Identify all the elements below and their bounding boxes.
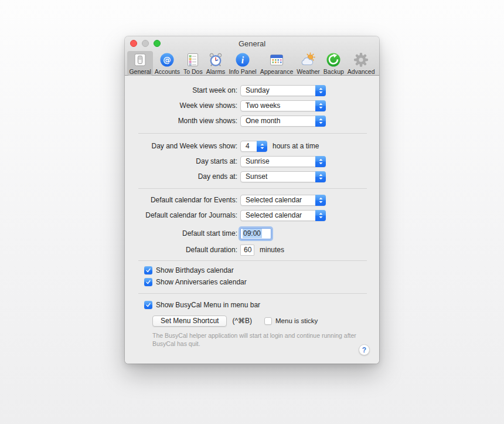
day-starts-label: Day starts at: (125, 157, 237, 165)
show-birthdays-checkbox[interactable] (144, 266, 152, 274)
toolbar-item-accounts[interactable]: @ Accounts (153, 51, 182, 76)
svg-text:@: @ (164, 55, 172, 65)
toolbar-label: Advanced (348, 68, 375, 75)
sun-cloud-icon (301, 52, 316, 67)
svg-text:i: i (241, 55, 244, 65)
info-icon: i (235, 52, 250, 67)
popup-value: One month (241, 117, 280, 125)
default-duration-label: Default duration: (125, 246, 237, 254)
divider (138, 188, 367, 189)
default-start-time-input[interactable]: 09:00 (240, 228, 271, 239)
titlebar[interactable]: General (125, 36, 379, 50)
hours-span-select[interactable]: 4 (240, 141, 267, 152)
mini-calendar-icon (269, 52, 284, 67)
show-anniversaries-checkbox[interactable] (144, 278, 152, 286)
toolbar-item-advanced[interactable]: Advanced (346, 51, 377, 76)
window-title: General (125, 36, 379, 51)
general-pane: Start week on: Sunday Week view shows: T… (125, 76, 379, 364)
default-journals-cal-label: Default calendar for Journals: (125, 211, 237, 219)
popup-stepper-icon (315, 100, 326, 111)
show-menu-bar-checkbox[interactable] (144, 301, 152, 309)
checkbox-label: Show BusyCal Menu in menu bar (156, 301, 260, 309)
help-button[interactable]: ? (359, 344, 370, 355)
week-view-label: Week view shows: (125, 101, 237, 110)
divider (138, 260, 367, 261)
shortcut-hint: (^⌘B) (232, 317, 252, 325)
toolbar-item-appearance[interactable]: Appearance (258, 51, 295, 76)
divider (138, 293, 367, 294)
light-switch-icon (132, 52, 148, 67)
toolbar-label: Appearance (260, 68, 294, 75)
popup-value: Sunset (241, 172, 267, 181)
day-ends-select[interactable]: Sunset (240, 171, 326, 182)
popup-value: Selected calendar (241, 211, 302, 219)
default-journals-cal-select[interactable]: Selected calendar (240, 210, 326, 221)
toolbar-item-info-panel[interactable]: i Info Panel (227, 51, 258, 76)
preferences-toolbar: General @ Accounts (125, 50, 379, 75)
alarm-clock-icon (208, 52, 223, 67)
checkbox-label: Menu is sticky (275, 317, 318, 324)
default-events-cal-select[interactable]: Selected calendar (240, 195, 326, 206)
toolbar-item-general[interactable]: General (127, 51, 152, 76)
set-menu-shortcut-button[interactable]: Set Menu Shortcut (152, 316, 227, 327)
week-view-select[interactable]: Two weeks (240, 100, 326, 111)
popup-value: Sunrise (241, 157, 270, 165)
show-anniversaries-row: Show Anniversaries calendar (125, 276, 379, 288)
toolbar-label: Accounts (155, 68, 180, 75)
toolbar-item-backup[interactable]: Backup (322, 51, 346, 76)
default-duration-input[interactable]: 60 (240, 245, 254, 256)
menu-shortcut-row: Set Menu Shortcut (^⌘B) Menu is sticky (125, 314, 379, 327)
start-week-label: Start week on: (125, 86, 237, 94)
divider (138, 133, 367, 134)
toolbar-label: Weather (297, 68, 320, 75)
window-chrome: General General @ Accounts (125, 36, 379, 76)
toolbar-item-weather[interactable]: Weather (295, 51, 322, 76)
hours-suffix: hours at a time (273, 142, 319, 150)
toolbar-label: Alarms (206, 68, 226, 75)
popup-value: Sunday (241, 86, 270, 94)
popup-stepper-icon (315, 85, 326, 96)
popup-stepper-icon (257, 141, 267, 152)
menu-sticky-checkbox[interactable] (264, 317, 272, 325)
show-birthdays-row: Show Birthdays calendar (125, 264, 379, 276)
zoom-button[interactable] (154, 40, 161, 47)
default-events-cal-label: Default calendar for Events: (125, 196, 237, 204)
checklist-icon (185, 52, 200, 67)
default-start-time-label: Default start time: (125, 229, 237, 238)
toolbar-item-todos[interactable]: To Dos (182, 51, 205, 76)
toolbar-item-alarms[interactable]: Alarms (205, 51, 227, 76)
popup-stepper-icon (315, 171, 326, 182)
helper-note: The BusyCal helper application will star… (152, 331, 359, 348)
selected-text: 09:00 (243, 229, 262, 238)
day-week-span-label: Day and Week views show: (125, 142, 237, 150)
preferences-window: General General @ Accounts (125, 36, 379, 364)
checkbox-label: Show Birthdays calendar (156, 266, 234, 274)
popup-value: Selected calendar (241, 196, 302, 204)
sync-arrow-icon (326, 52, 341, 67)
month-view-label: Month view shows: (125, 117, 237, 125)
popup-stepper-icon (315, 156, 326, 167)
checkbox-label: Show Anniversaries calendar (156, 278, 247, 286)
traffic-lights (130, 40, 161, 47)
popup-stepper-icon (315, 210, 326, 221)
minimize-button[interactable] (142, 40, 149, 47)
gear-icon (353, 52, 369, 67)
at-icon: @ (159, 52, 175, 67)
toolbar-label: Info Panel (229, 68, 256, 75)
popup-value: 4 (241, 142, 250, 150)
month-view-select[interactable]: One month (240, 116, 326, 127)
start-week-select[interactable]: Sunday (240, 85, 326, 96)
popup-stepper-icon (315, 195, 326, 206)
toolbar-label: Backup (323, 68, 344, 75)
day-ends-label: Day ends at: (125, 172, 237, 181)
close-button[interactable] (130, 40, 137, 47)
toolbar-label: To Dos (183, 68, 203, 75)
toolbar-label: General (129, 68, 151, 75)
day-starts-select[interactable]: Sunrise (240, 156, 326, 167)
duration-value: 60 (244, 246, 251, 254)
popup-value: Two weeks (241, 101, 280, 110)
minutes-suffix: minutes (260, 246, 284, 254)
show-menu-bar-row: Show BusyCal Menu in menu bar (125, 299, 379, 311)
popup-stepper-icon (315, 116, 326, 127)
